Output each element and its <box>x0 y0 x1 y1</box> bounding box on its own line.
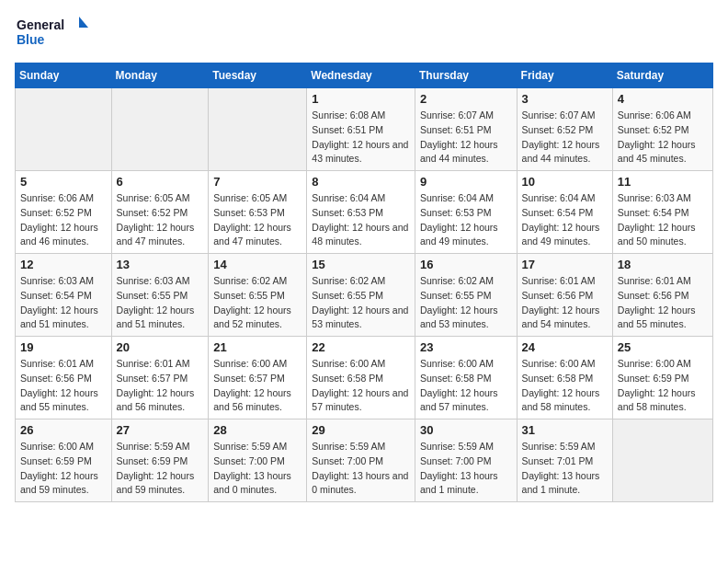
day-number: 5 <box>20 175 107 189</box>
sunset-text: Sunset: 6:51 PM <box>312 123 410 138</box>
daylight-text: Daylight: 13 hours and 1 minute. <box>420 469 512 499</box>
header: General Blue <box>15 15 713 52</box>
sunset-text: Sunset: 7:00 PM <box>213 454 301 469</box>
day-cell: 22Sunrise: 6:00 AMSunset: 6:58 PMDayligh… <box>307 337 415 419</box>
sunrise-text: Sunrise: 6:08 AM <box>312 109 410 123</box>
daylight-text: Daylight: 12 hours and 44 minutes. <box>420 138 512 167</box>
day-cell <box>16 88 112 171</box>
daylight-text: Daylight: 12 hours and 54 minutes. <box>522 304 608 333</box>
day-cell: 9Sunrise: 6:04 AMSunset: 6:53 PMDaylight… <box>415 171 517 254</box>
day-info: Sunrise: 6:04 AMSunset: 6:54 PMDaylight:… <box>522 191 608 249</box>
sunrise-text: Sunrise: 5:59 AM <box>213 440 301 454</box>
sunrise-text: Sunrise: 6:00 AM <box>213 357 301 372</box>
sunset-text: Sunset: 6:56 PM <box>20 372 107 386</box>
day-number: 13 <box>117 258 204 271</box>
week-row-4: 19Sunrise: 6:01 AMSunset: 6:56 PMDayligh… <box>16 337 713 419</box>
sunset-text: Sunset: 6:53 PM <box>312 206 410 221</box>
day-cell: 15Sunrise: 6:02 AMSunset: 6:55 PMDayligh… <box>307 254 415 337</box>
sunset-text: Sunset: 6:59 PM <box>117 454 204 469</box>
sunrise-text: Sunrise: 6:00 AM <box>618 357 708 372</box>
day-cell: 2Sunrise: 6:07 AMSunset: 6:51 PMDaylight… <box>415 88 517 171</box>
day-info: Sunrise: 6:03 AMSunset: 6:55 PMDaylight:… <box>117 274 204 332</box>
logo-svg: General Blue <box>15 15 88 52</box>
daylight-text: Daylight: 12 hours and 56 minutes. <box>117 386 204 416</box>
daylight-text: Daylight: 12 hours and 57 minutes. <box>312 386 410 416</box>
sunset-text: Sunset: 7:00 PM <box>312 454 410 469</box>
week-row-2: 5Sunrise: 6:06 AMSunset: 6:52 PMDaylight… <box>16 171 713 254</box>
header-row: SundayMondayTuesdayWednesdayThursdayFrid… <box>16 63 713 88</box>
day-cell: 27Sunrise: 5:59 AMSunset: 6:59 PMDayligh… <box>111 419 209 502</box>
sunset-text: Sunset: 6:55 PM <box>420 289 512 304</box>
sunset-text: Sunset: 6:54 PM <box>522 206 608 221</box>
daylight-text: Daylight: 12 hours and 47 minutes. <box>213 221 301 250</box>
sunrise-text: Sunrise: 6:06 AM <box>20 191 107 206</box>
day-cell: 4Sunrise: 6:06 AMSunset: 6:52 PMDaylight… <box>612 88 712 171</box>
day-number: 2 <box>420 92 512 106</box>
column-header-friday: Friday <box>517 63 612 88</box>
sunset-text: Sunset: 6:58 PM <box>522 372 608 386</box>
svg-marker-2 <box>79 17 88 28</box>
sunset-text: Sunset: 6:52 PM <box>117 206 204 221</box>
day-cell: 30Sunrise: 5:59 AMSunset: 7:00 PMDayligh… <box>415 419 517 502</box>
day-number: 17 <box>522 258 608 271</box>
sunrise-text: Sunrise: 5:59 AM <box>522 440 608 454</box>
day-number: 18 <box>618 258 708 271</box>
sunrise-text: Sunrise: 6:00 AM <box>420 357 512 372</box>
sunrise-text: Sunrise: 6:05 AM <box>117 191 204 206</box>
day-info: Sunrise: 6:00 AMSunset: 6:57 PMDaylight:… <box>213 357 301 415</box>
day-cell: 17Sunrise: 6:01 AMSunset: 6:56 PMDayligh… <box>517 254 612 337</box>
sunrise-text: Sunrise: 6:02 AM <box>213 274 301 289</box>
day-number: 4 <box>618 92 708 106</box>
day-cell: 19Sunrise: 6:01 AMSunset: 6:56 PMDayligh… <box>16 337 112 419</box>
day-cell: 23Sunrise: 6:00 AMSunset: 6:58 PMDayligh… <box>415 337 517 419</box>
day-cell: 18Sunrise: 6:01 AMSunset: 6:56 PMDayligh… <box>612 254 712 337</box>
day-cell: 10Sunrise: 6:04 AMSunset: 6:54 PMDayligh… <box>517 171 612 254</box>
sunrise-text: Sunrise: 5:59 AM <box>420 440 512 454</box>
sunset-text: Sunset: 6:52 PM <box>522 123 608 138</box>
week-row-5: 26Sunrise: 6:00 AMSunset: 6:59 PMDayligh… <box>16 419 713 502</box>
sunset-text: Sunset: 6:57 PM <box>117 372 204 386</box>
daylight-text: Daylight: 12 hours and 51 minutes. <box>20 304 107 333</box>
sunset-text: Sunset: 6:55 PM <box>312 289 410 304</box>
sunset-text: Sunset: 6:57 PM <box>213 372 301 386</box>
sunrise-text: Sunrise: 5:59 AM <box>312 440 410 454</box>
day-info: Sunrise: 5:59 AMSunset: 7:00 PMDaylight:… <box>420 440 512 498</box>
daylight-text: Daylight: 12 hours and 44 minutes. <box>522 138 608 167</box>
day-info: Sunrise: 5:59 AMSunset: 6:59 PMDaylight:… <box>117 440 204 498</box>
day-number: 12 <box>20 258 107 271</box>
sunrise-text: Sunrise: 6:05 AM <box>213 191 301 206</box>
day-number: 29 <box>312 423 410 437</box>
week-row-1: 1Sunrise: 6:08 AMSunset: 6:51 PMDaylight… <box>16 88 713 171</box>
daylight-text: Daylight: 13 hours and 1 minute. <box>522 469 608 499</box>
logo: General Blue <box>15 15 88 52</box>
sunrise-text: Sunrise: 6:04 AM <box>522 191 608 206</box>
sunset-text: Sunset: 6:55 PM <box>117 289 204 304</box>
sunset-text: Sunset: 6:59 PM <box>20 454 107 469</box>
day-number: 27 <box>117 423 204 437</box>
column-header-monday: Monday <box>111 63 209 88</box>
day-number: 6 <box>117 175 204 189</box>
sunrise-text: Sunrise: 6:04 AM <box>312 191 410 206</box>
day-info: Sunrise: 6:00 AMSunset: 6:58 PMDaylight:… <box>522 357 608 415</box>
daylight-text: Daylight: 12 hours and 52 minutes. <box>213 304 301 333</box>
day-info: Sunrise: 6:05 AMSunset: 6:53 PMDaylight:… <box>213 191 301 249</box>
sunrise-text: Sunrise: 6:03 AM <box>117 274 204 289</box>
sunset-text: Sunset: 6:59 PM <box>618 372 708 386</box>
day-info: Sunrise: 6:01 AMSunset: 6:56 PMDaylight:… <box>618 274 708 332</box>
day-cell: 3Sunrise: 6:07 AMSunset: 6:52 PMDaylight… <box>517 88 612 171</box>
daylight-text: Daylight: 12 hours and 56 minutes. <box>213 386 301 416</box>
sunrise-text: Sunrise: 6:02 AM <box>312 274 410 289</box>
sunset-text: Sunset: 6:56 PM <box>522 289 608 304</box>
day-cell <box>111 88 209 171</box>
day-cell: 8Sunrise: 6:04 AMSunset: 6:53 PMDaylight… <box>307 171 415 254</box>
day-number: 20 <box>117 340 204 354</box>
day-info: Sunrise: 6:04 AMSunset: 6:53 PMDaylight:… <box>420 191 512 249</box>
day-cell: 14Sunrise: 6:02 AMSunset: 6:55 PMDayligh… <box>209 254 307 337</box>
sunrise-text: Sunrise: 6:03 AM <box>20 274 107 289</box>
day-info: Sunrise: 6:00 AMSunset: 6:59 PMDaylight:… <box>618 357 708 415</box>
sunset-text: Sunset: 6:52 PM <box>20 206 107 221</box>
day-info: Sunrise: 6:07 AMSunset: 6:51 PMDaylight:… <box>420 109 512 167</box>
daylight-text: Daylight: 12 hours and 43 minutes. <box>312 138 410 167</box>
day-info: Sunrise: 6:03 AMSunset: 6:54 PMDaylight:… <box>20 274 107 332</box>
daylight-text: Daylight: 12 hours and 53 minutes. <box>312 304 410 333</box>
